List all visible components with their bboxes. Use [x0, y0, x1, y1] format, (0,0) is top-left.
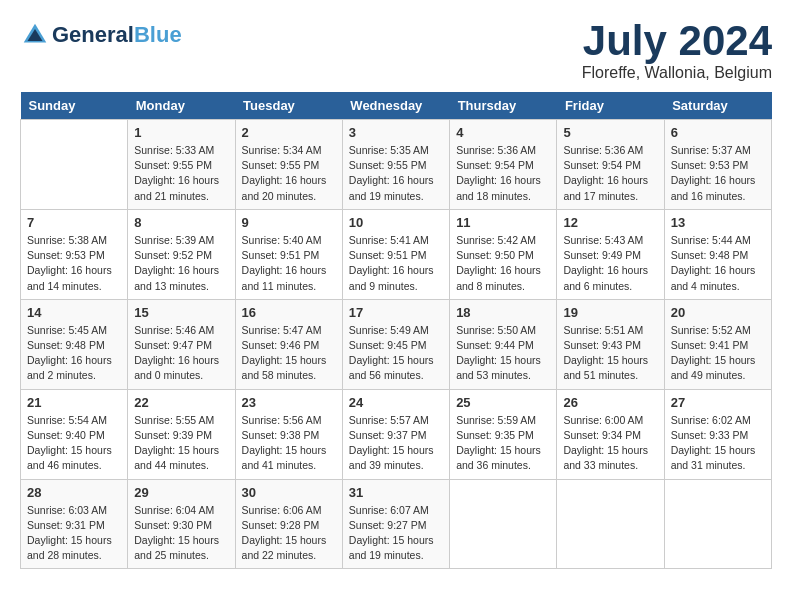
calendar-cell: 8Sunrise: 5:39 AM Sunset: 9:52 PM Daylig…: [128, 209, 235, 299]
calendar-cell: [21, 120, 128, 210]
day-number: 16: [242, 305, 336, 320]
day-info: Sunrise: 5:45 AM Sunset: 9:48 PM Dayligh…: [27, 323, 121, 384]
day-info: Sunrise: 5:33 AM Sunset: 9:55 PM Dayligh…: [134, 143, 228, 204]
day-info: Sunrise: 5:36 AM Sunset: 9:54 PM Dayligh…: [563, 143, 657, 204]
calendar-cell: 28Sunrise: 6:03 AM Sunset: 9:31 PM Dayli…: [21, 479, 128, 569]
calendar-week-row: 21Sunrise: 5:54 AM Sunset: 9:40 PM Dayli…: [21, 389, 772, 479]
calendar-cell: 3Sunrise: 5:35 AM Sunset: 9:55 PM Daylig…: [342, 120, 449, 210]
day-number: 23: [242, 395, 336, 410]
day-number: 11: [456, 215, 550, 230]
weekday-header-sunday: Sunday: [21, 92, 128, 120]
calendar-cell: 16Sunrise: 5:47 AM Sunset: 9:46 PM Dayli…: [235, 299, 342, 389]
day-info: Sunrise: 5:34 AM Sunset: 9:55 PM Dayligh…: [242, 143, 336, 204]
day-number: 2: [242, 125, 336, 140]
day-info: Sunrise: 5:54 AM Sunset: 9:40 PM Dayligh…: [27, 413, 121, 474]
day-info: Sunrise: 5:52 AM Sunset: 9:41 PM Dayligh…: [671, 323, 765, 384]
page-header: GeneralBlue July 2024 Floreffe, Wallonia…: [20, 20, 772, 82]
day-info: Sunrise: 5:41 AM Sunset: 9:51 PM Dayligh…: [349, 233, 443, 294]
day-number: 8: [134, 215, 228, 230]
day-info: Sunrise: 5:55 AM Sunset: 9:39 PM Dayligh…: [134, 413, 228, 474]
day-number: 1: [134, 125, 228, 140]
calendar-week-row: 1Sunrise: 5:33 AM Sunset: 9:55 PM Daylig…: [21, 120, 772, 210]
calendar-cell: 7Sunrise: 5:38 AM Sunset: 9:53 PM Daylig…: [21, 209, 128, 299]
weekday-header-friday: Friday: [557, 92, 664, 120]
day-info: Sunrise: 5:46 AM Sunset: 9:47 PM Dayligh…: [134, 323, 228, 384]
day-info: Sunrise: 5:43 AM Sunset: 9:49 PM Dayligh…: [563, 233, 657, 294]
day-number: 22: [134, 395, 228, 410]
calendar-cell: 15Sunrise: 5:46 AM Sunset: 9:47 PM Dayli…: [128, 299, 235, 389]
day-info: Sunrise: 5:50 AM Sunset: 9:44 PM Dayligh…: [456, 323, 550, 384]
calendar-cell: 20Sunrise: 5:52 AM Sunset: 9:41 PM Dayli…: [664, 299, 771, 389]
day-number: 14: [27, 305, 121, 320]
day-number: 15: [134, 305, 228, 320]
day-number: 26: [563, 395, 657, 410]
calendar-cell: 26Sunrise: 6:00 AM Sunset: 9:34 PM Dayli…: [557, 389, 664, 479]
calendar-cell: [557, 479, 664, 569]
day-number: 5: [563, 125, 657, 140]
title-block: July 2024 Floreffe, Wallonia, Belgium: [582, 20, 772, 82]
day-info: Sunrise: 6:07 AM Sunset: 9:27 PM Dayligh…: [349, 503, 443, 564]
weekday-header-monday: Monday: [128, 92, 235, 120]
calendar-cell: 12Sunrise: 5:43 AM Sunset: 9:49 PM Dayli…: [557, 209, 664, 299]
calendar-cell: 2Sunrise: 5:34 AM Sunset: 9:55 PM Daylig…: [235, 120, 342, 210]
calendar-cell: 1Sunrise: 5:33 AM Sunset: 9:55 PM Daylig…: [128, 120, 235, 210]
day-info: Sunrise: 5:40 AM Sunset: 9:51 PM Dayligh…: [242, 233, 336, 294]
day-number: 27: [671, 395, 765, 410]
weekday-header-wednesday: Wednesday: [342, 92, 449, 120]
day-info: Sunrise: 5:38 AM Sunset: 9:53 PM Dayligh…: [27, 233, 121, 294]
day-info: Sunrise: 5:57 AM Sunset: 9:37 PM Dayligh…: [349, 413, 443, 474]
day-info: Sunrise: 5:44 AM Sunset: 9:48 PM Dayligh…: [671, 233, 765, 294]
calendar-cell: 24Sunrise: 5:57 AM Sunset: 9:37 PM Dayli…: [342, 389, 449, 479]
day-number: 29: [134, 485, 228, 500]
calendar-cell: 21Sunrise: 5:54 AM Sunset: 9:40 PM Dayli…: [21, 389, 128, 479]
day-info: Sunrise: 5:49 AM Sunset: 9:45 PM Dayligh…: [349, 323, 443, 384]
calendar-cell: 14Sunrise: 5:45 AM Sunset: 9:48 PM Dayli…: [21, 299, 128, 389]
weekday-header-tuesday: Tuesday: [235, 92, 342, 120]
day-number: 17: [349, 305, 443, 320]
day-number: 18: [456, 305, 550, 320]
day-info: Sunrise: 5:35 AM Sunset: 9:55 PM Dayligh…: [349, 143, 443, 204]
day-number: 9: [242, 215, 336, 230]
day-info: Sunrise: 5:51 AM Sunset: 9:43 PM Dayligh…: [563, 323, 657, 384]
logo: GeneralBlue: [20, 20, 182, 50]
calendar-cell: 9Sunrise: 5:40 AM Sunset: 9:51 PM Daylig…: [235, 209, 342, 299]
day-number: 24: [349, 395, 443, 410]
day-number: 4: [456, 125, 550, 140]
calendar-cell: 10Sunrise: 5:41 AM Sunset: 9:51 PM Dayli…: [342, 209, 449, 299]
day-info: Sunrise: 5:47 AM Sunset: 9:46 PM Dayligh…: [242, 323, 336, 384]
calendar-cell: 27Sunrise: 6:02 AM Sunset: 9:33 PM Dayli…: [664, 389, 771, 479]
logo-icon: [20, 20, 50, 50]
day-info: Sunrise: 5:42 AM Sunset: 9:50 PM Dayligh…: [456, 233, 550, 294]
weekday-header-saturday: Saturday: [664, 92, 771, 120]
day-info: Sunrise: 5:59 AM Sunset: 9:35 PM Dayligh…: [456, 413, 550, 474]
day-number: 6: [671, 125, 765, 140]
day-number: 21: [27, 395, 121, 410]
calendar-cell: 31Sunrise: 6:07 AM Sunset: 9:27 PM Dayli…: [342, 479, 449, 569]
logo-text: GeneralBlue: [52, 23, 182, 47]
day-info: Sunrise: 6:06 AM Sunset: 9:28 PM Dayligh…: [242, 503, 336, 564]
month-title: July 2024: [582, 20, 772, 62]
day-info: Sunrise: 6:02 AM Sunset: 9:33 PM Dayligh…: [671, 413, 765, 474]
calendar-table: SundayMondayTuesdayWednesdayThursdayFrid…: [20, 92, 772, 569]
calendar-cell: 30Sunrise: 6:06 AM Sunset: 9:28 PM Dayli…: [235, 479, 342, 569]
calendar-week-row: 14Sunrise: 5:45 AM Sunset: 9:48 PM Dayli…: [21, 299, 772, 389]
day-number: 3: [349, 125, 443, 140]
day-number: 13: [671, 215, 765, 230]
calendar-cell: 6Sunrise: 5:37 AM Sunset: 9:53 PM Daylig…: [664, 120, 771, 210]
calendar-cell: 17Sunrise: 5:49 AM Sunset: 9:45 PM Dayli…: [342, 299, 449, 389]
day-number: 31: [349, 485, 443, 500]
day-info: Sunrise: 6:03 AM Sunset: 9:31 PM Dayligh…: [27, 503, 121, 564]
calendar-cell: 11Sunrise: 5:42 AM Sunset: 9:50 PM Dayli…: [450, 209, 557, 299]
day-number: 30: [242, 485, 336, 500]
day-number: 25: [456, 395, 550, 410]
day-info: Sunrise: 5:37 AM Sunset: 9:53 PM Dayligh…: [671, 143, 765, 204]
day-number: 19: [563, 305, 657, 320]
weekday-header-thursday: Thursday: [450, 92, 557, 120]
day-number: 20: [671, 305, 765, 320]
calendar-cell: [450, 479, 557, 569]
day-info: Sunrise: 5:36 AM Sunset: 9:54 PM Dayligh…: [456, 143, 550, 204]
calendar-cell: 19Sunrise: 5:51 AM Sunset: 9:43 PM Dayli…: [557, 299, 664, 389]
calendar-week-row: 7Sunrise: 5:38 AM Sunset: 9:53 PM Daylig…: [21, 209, 772, 299]
calendar-cell: 5Sunrise: 5:36 AM Sunset: 9:54 PM Daylig…: [557, 120, 664, 210]
day-info: Sunrise: 6:00 AM Sunset: 9:34 PM Dayligh…: [563, 413, 657, 474]
